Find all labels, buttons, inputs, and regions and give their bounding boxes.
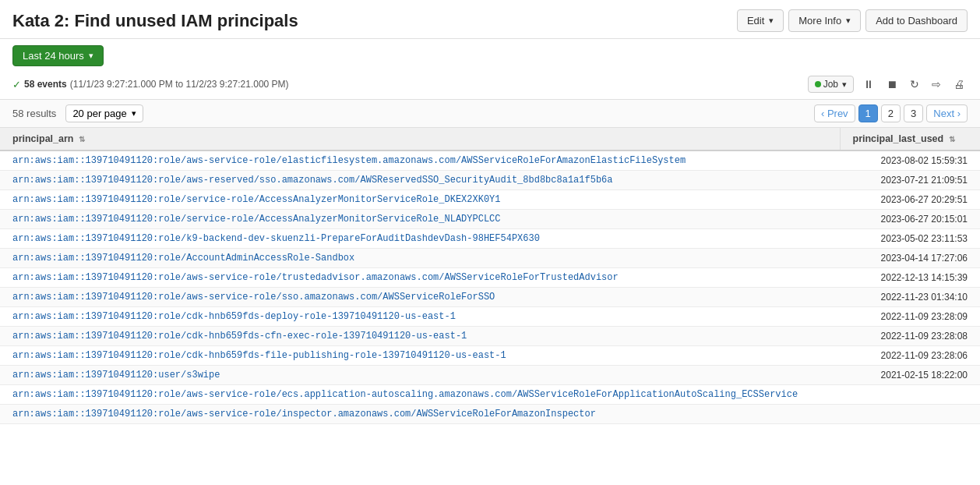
arn-cell: arn:aws:iam::139710491120:role/cdk-hnb65… <box>0 307 840 327</box>
events-count: 58 events <box>24 79 67 90</box>
refresh-button[interactable]: ↻ <box>907 76 922 92</box>
share-button[interactable]: ⇨ <box>929 76 944 92</box>
events-range: (11/1/23 9:27:21.000 PM to 11/2/23 9:27:… <box>70 79 289 90</box>
last-used-cell: 2022-11-23 01:34:10 <box>840 288 980 307</box>
job-button[interactable]: Job <box>808 76 854 93</box>
results-left: 58 results 20 per page <box>12 104 143 122</box>
page-header: Kata 2: Find unused IAM principals Edit … <box>0 0 980 39</box>
arn-cell: arn:aws:iam::139710491120:role/AccountAd… <box>0 249 840 268</box>
sort-icon-arn: ⇅ <box>79 135 85 143</box>
prev-page-button[interactable]: ‹ Prev <box>814 104 855 122</box>
last-used-cell: 2022-12-13 14:15:39 <box>840 268 980 288</box>
job-label: Job <box>823 79 838 90</box>
results-table: principal_arn ⇅ principal_last_used ⇅ ar… <box>0 128 980 424</box>
table-row[interactable]: arn:aws:iam::139710491120:role/aws-servi… <box>0 405 980 424</box>
time-filter-button[interactable]: Last 24 hours <box>12 45 104 66</box>
arn-cell: arn:aws:iam::139710491120:role/aws-servi… <box>0 288 840 307</box>
last-used-cell: 2021-02-15 18:22:00 <box>840 366 980 385</box>
page-2-button[interactable]: 2 <box>881 104 901 122</box>
table-row[interactable]: arn:aws:iam::139710491120:role/aws-servi… <box>0 288 980 307</box>
table-row[interactable]: arn:aws:iam::139710491120:role/aws-reser… <box>0 171 980 190</box>
time-toolbar: Last 24 hours <box>0 39 980 73</box>
pause-button[interactable]: ⏸ <box>860 76 877 92</box>
arn-cell: arn:aws:iam::139710491120:role/service-r… <box>0 210 840 229</box>
arn-cell: arn:aws:iam::139710491120:role/aws-servi… <box>0 405 840 424</box>
arn-cell: arn:aws:iam::139710491120:user/s3wipe <box>0 366 840 385</box>
header-actions: Edit More Info Add to Dashboard <box>737 9 968 32</box>
results-count: 58 results <box>12 108 56 119</box>
table-row[interactable]: arn:aws:iam::139710491120:user/s3wipe202… <box>0 366 980 385</box>
table-row[interactable]: arn:aws:iam::139710491120:role/service-r… <box>0 190 980 210</box>
last-used-cell <box>840 405 980 424</box>
arn-cell: arn:aws:iam::139710491120:role/cdk-hnb65… <box>0 327 840 346</box>
page-1-button[interactable]: 1 <box>858 104 878 122</box>
last-used-cell: 2022-11-09 23:28:06 <box>840 346 980 366</box>
page-3-button[interactable]: 3 <box>904 104 923 122</box>
last-used-cell: 2023-08-02 15:59:31 <box>840 150 980 171</box>
table-header-row: principal_arn ⇅ principal_last_used ⇅ <box>0 128 980 150</box>
events-info-bar: ✓ 58 events (11/1/23 9:27:21.000 PM to 1… <box>0 73 980 99</box>
table-row[interactable]: arn:aws:iam::139710491120:role/cdk-hnb65… <box>0 307 980 327</box>
job-controls: Job ⏸ ⏹ ↻ ⇨ 🖨 <box>808 76 968 93</box>
last-used-cell <box>840 385 980 405</box>
add-to-dashboard-button[interactable]: Add to Dashboard <box>865 9 968 32</box>
table-row[interactable]: arn:aws:iam::139710491120:role/aws-servi… <box>0 268 980 288</box>
arn-cell: arn:aws:iam::139710491120:role/aws-servi… <box>0 150 840 171</box>
col-header-arn[interactable]: principal_arn ⇅ <box>0 128 840 150</box>
check-icon: ✓ <box>12 79 21 90</box>
last-used-cell: 2023-06-27 20:29:51 <box>840 190 980 210</box>
print-button[interactable]: 🖨 <box>950 76 968 92</box>
last-used-cell: 2022-11-09 23:28:08 <box>840 327 980 346</box>
arn-cell: arn:aws:iam::139710491120:role/aws-reser… <box>0 171 840 190</box>
sort-icon-last-used: ⇅ <box>949 135 955 143</box>
stop-button[interactable]: ⏹ <box>883 76 901 92</box>
time-filter-label: Last 24 hours <box>23 50 84 62</box>
arn-cell: arn:aws:iam::139710491120:role/aws-servi… <box>0 385 840 405</box>
table-row[interactable]: arn:aws:iam::139710491120:role/service-r… <box>0 210 980 229</box>
arn-cell: arn:aws:iam::139710491120:role/cdk-hnb65… <box>0 346 840 366</box>
page-title: Kata 2: Find unused IAM principals <box>12 11 298 31</box>
edit-button[interactable]: Edit <box>737 9 784 32</box>
last-used-cell: 2023-04-14 17:27:06 <box>840 249 980 268</box>
job-status-dot <box>815 81 821 87</box>
arn-cell: arn:aws:iam::139710491120:role/service-r… <box>0 190 840 210</box>
per-page-label: 20 per page <box>72 108 126 119</box>
last-used-cell: 2022-11-09 23:28:09 <box>840 307 980 327</box>
pagination: ‹ Prev 1 2 3 Next › <box>814 104 968 122</box>
per-page-selector[interactable]: 20 per page <box>65 104 143 122</box>
arn-cell: arn:aws:iam::139710491120:role/k9-backen… <box>0 229 840 249</box>
table-row[interactable]: arn:aws:iam::139710491120:role/cdk-hnb65… <box>0 327 980 346</box>
table-row[interactable]: arn:aws:iam::139710491120:role/cdk-hnb65… <box>0 346 980 366</box>
table-row[interactable]: arn:aws:iam::139710491120:role/k9-backen… <box>0 229 980 249</box>
col-header-last-used[interactable]: principal_last_used ⇅ <box>840 128 980 150</box>
table-row[interactable]: arn:aws:iam::139710491120:role/AccountAd… <box>0 249 980 268</box>
table-row[interactable]: arn:aws:iam::139710491120:role/aws-servi… <box>0 150 980 171</box>
last-used-cell: 2023-06-27 20:15:01 <box>840 210 980 229</box>
next-page-button[interactable]: Next › <box>926 104 968 122</box>
last-used-cell: 2023-05-02 23:11:53 <box>840 229 980 249</box>
last-used-cell: 2023-07-21 21:09:51 <box>840 171 980 190</box>
more-info-button[interactable]: More Info <box>788 9 861 32</box>
results-bar: 58 results 20 per page ‹ Prev 1 2 3 Next… <box>0 99 980 128</box>
table-row[interactable]: arn:aws:iam::139710491120:role/aws-servi… <box>0 385 980 405</box>
arn-cell: arn:aws:iam::139710491120:role/aws-servi… <box>0 268 840 288</box>
